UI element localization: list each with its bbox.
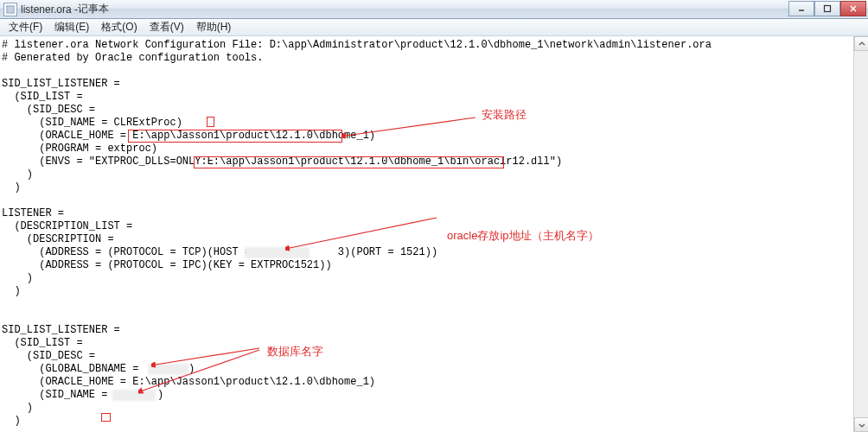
editor-text[interactable]: # listener.ora Network Configuration Fil… bbox=[2, 39, 712, 428]
blur-host bbox=[245, 247, 310, 258]
window-titlebar: listener.ora - 记事本 bbox=[0, 0, 868, 19]
menu-help[interactable]: 帮助(H) bbox=[190, 19, 238, 35]
maximize-button[interactable] bbox=[814, 1, 840, 16]
minimize-button[interactable] bbox=[788, 1, 814, 16]
vertical-scrollbar[interactable] bbox=[853, 36, 868, 432]
menubar: 文件(F) 编辑(E) 格式(O) 查看(V) 帮助(H) bbox=[0, 19, 868, 36]
editor-area[interactable]: # listener.ora Network Configuration Fil… bbox=[0, 36, 868, 432]
blur-sid-name bbox=[112, 390, 156, 401]
minimize-icon bbox=[797, 4, 806, 13]
scroll-down-button[interactable] bbox=[854, 417, 868, 432]
notepad-icon bbox=[3, 3, 17, 16]
chevron-down-icon bbox=[858, 422, 865, 429]
svg-rect-5 bbox=[825, 6, 831, 12]
anno-label-install-path: 安装路径 bbox=[482, 107, 527, 123]
window-title-appname: 记事本 bbox=[78, 2, 109, 16]
close-icon bbox=[849, 4, 858, 13]
menu-format[interactable]: 格式(O) bbox=[95, 19, 143, 35]
menu-file[interactable]: 文件(F) bbox=[3, 19, 48, 35]
anno-label-ip-address: oracle存放ip地址（主机名字） bbox=[447, 228, 599, 244]
anno-label-db-name: 数据库名字 bbox=[267, 344, 323, 359]
window-title-separator: - bbox=[72, 3, 78, 16]
window-buttons bbox=[788, 1, 866, 16]
maximize-icon bbox=[823, 4, 832, 13]
close-button[interactable] bbox=[840, 1, 866, 16]
menu-view[interactable]: 查看(V) bbox=[144, 19, 190, 35]
window-title-filename: listener.ora bbox=[21, 3, 72, 16]
blur-global-dbname bbox=[148, 364, 188, 375]
chevron-up-icon bbox=[858, 41, 865, 48]
menu-edit[interactable]: 编辑(E) bbox=[48, 19, 95, 35]
scroll-up-button[interactable] bbox=[854, 36, 868, 51]
